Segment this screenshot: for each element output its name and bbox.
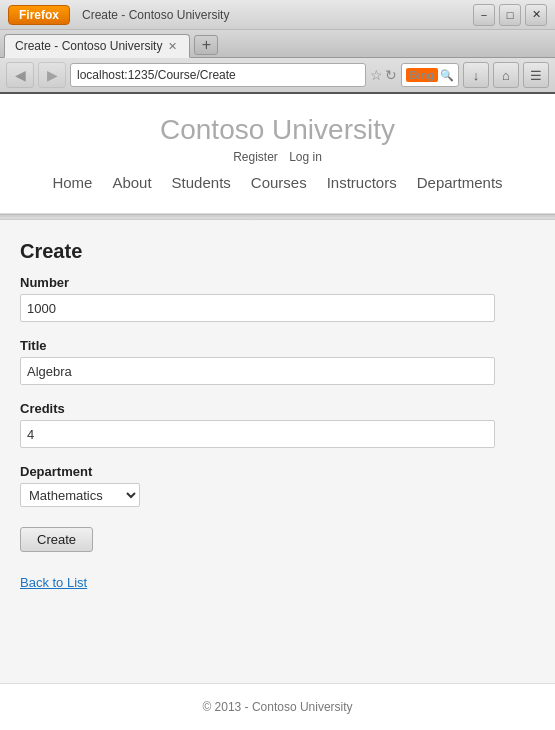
number-input[interactable] (20, 294, 495, 322)
page-title: Create (20, 240, 500, 263)
credits-group: Credits (20, 401, 500, 458)
site-links: Register Log in (0, 150, 555, 164)
login-link[interactable]: Log in (289, 150, 322, 164)
department-label: Department (20, 464, 500, 479)
minimize-button[interactable]: − (473, 4, 495, 26)
firefox-button[interactable]: Firefox (8, 5, 70, 25)
back-button[interactable]: ◀ (6, 62, 34, 88)
tab-bar: Create - Contoso University ✕ + (0, 30, 555, 58)
main-content: Create Number Title Credits Department M… (0, 220, 520, 610)
menu-button[interactable]: ☰ (523, 62, 549, 88)
maximize-button[interactable]: □ (499, 4, 521, 26)
title-label: Title (20, 338, 500, 353)
address-input[interactable]: localhost:1235/Course/Create (70, 63, 366, 87)
nav-about[interactable]: About (112, 174, 151, 191)
refresh-icon[interactable]: ↻ (385, 67, 397, 83)
search-box[interactable]: Bing 🔍 (401, 63, 459, 87)
submit-group: Create (20, 527, 500, 566)
page-content: Contoso University Register Log in Home … (0, 94, 555, 730)
download-button[interactable]: ↓ (463, 62, 489, 88)
credits-label: Credits (20, 401, 500, 416)
site-title: Contoso University (0, 114, 555, 146)
site-footer: © 2013 - Contoso University (0, 683, 555, 730)
tab-close-icon[interactable]: ✕ (168, 40, 177, 53)
site-header: Contoso University Register Log in Home … (0, 94, 555, 214)
back-to-list-link[interactable]: Back to List (20, 575, 87, 590)
star-icon[interactable]: ☆ (370, 67, 383, 83)
title-input[interactable] (20, 357, 495, 385)
search-icon[interactable]: 🔍 (440, 69, 454, 82)
address-bar: ◀ ▶ localhost:1235/Course/Create ☆ ↻ Bin… (0, 58, 555, 94)
title-group: Title (20, 338, 500, 395)
active-tab[interactable]: Create - Contoso University ✕ (4, 34, 190, 58)
tab-title-label: Create - Contoso University (82, 8, 229, 22)
department-group: Department Mathematics English Economics… (20, 464, 500, 521)
department-select[interactable]: Mathematics English Economics Engineerin… (20, 483, 140, 507)
nav-departments[interactable]: Departments (417, 174, 503, 191)
tab-label: Create - Contoso University (15, 39, 162, 53)
home-button[interactable]: ⌂ (493, 62, 519, 88)
nav-instructors[interactable]: Instructors (327, 174, 397, 191)
credits-input[interactable] (20, 420, 495, 448)
window-controls: − □ ✕ (473, 4, 547, 26)
bing-logo: Bing (406, 68, 438, 82)
browser-frame: Firefox Create - Contoso University − □ … (0, 0, 555, 730)
copyright-text: © 2013 - Contoso University (202, 700, 352, 714)
address-text: localhost:1235/Course/Create (77, 68, 236, 82)
create-button[interactable]: Create (20, 527, 93, 552)
number-label: Number (20, 275, 500, 290)
close-button[interactable]: ✕ (525, 4, 547, 26)
number-group: Number (20, 275, 500, 332)
forward-button: ▶ (38, 62, 66, 88)
register-link[interactable]: Register (233, 150, 278, 164)
nav-students[interactable]: Students (172, 174, 231, 191)
title-bar: Firefox Create - Contoso University − □ … (0, 0, 555, 30)
site-nav: Home About Students Courses Instructors … (0, 174, 555, 203)
nav-courses[interactable]: Courses (251, 174, 307, 191)
new-tab-button[interactable]: + (194, 35, 218, 55)
nav-home[interactable]: Home (52, 174, 92, 191)
